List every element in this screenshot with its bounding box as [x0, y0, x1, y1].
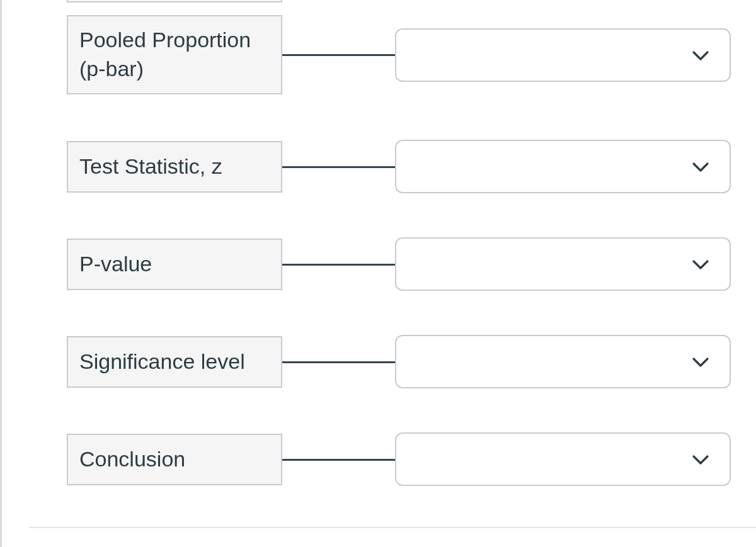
- previous-item-fragment: [67, 0, 282, 3]
- match-row-p-value: P-value: [2, 226, 756, 324]
- answer-dropdown-test-statistic[interactable]: [395, 140, 731, 193]
- matching-question-panel: Pooled Proportion (p-bar) Test Statistic…: [0, 0, 756, 547]
- answer-dropdown-pooled-proportion[interactable]: [395, 28, 731, 82]
- chevron-down-icon: [690, 449, 711, 470]
- connector-line: [282, 264, 395, 266]
- chevron-down-icon: [690, 45, 711, 65]
- matching-rows: Pooled Proportion (p-bar) Test Statistic…: [2, 15, 756, 519]
- prompt-box: P-value: [67, 239, 282, 290]
- connector-line: [282, 361, 395, 363]
- answer-dropdown-significance-level[interactable]: [395, 335, 731, 388]
- connector-line: [282, 54, 395, 56]
- answer-dropdown-p-value[interactable]: [395, 237, 731, 291]
- prompt-box: Test Statistic, z: [67, 141, 282, 193]
- prompt-label: Pooled Proportion (p-bar): [79, 26, 251, 84]
- prompt-box: Pooled Proportion (p-bar): [67, 15, 282, 94]
- prompt-box: Conclusion: [67, 434, 282, 485]
- connector-line: [282, 166, 395, 168]
- prompt-label: P-value: [79, 250, 152, 279]
- prompt-box: Significance level: [67, 336, 282, 388]
- connector-line: [282, 459, 395, 461]
- match-row-test-statistic: Test Statistic, z: [2, 128, 756, 226]
- match-row-significance-level: Significance level: [2, 324, 756, 421]
- prompt-label: Test Statistic, z: [79, 152, 222, 181]
- prompt-label: Conclusion: [79, 445, 185, 474]
- chevron-down-icon: [690, 352, 711, 372]
- match-row-pooled-proportion: Pooled Proportion (p-bar): [2, 15, 756, 128]
- match-row-conclusion: Conclusion: [2, 421, 756, 519]
- section-divider: [29, 527, 756, 528]
- chevron-down-icon: [690, 157, 711, 177]
- prompt-label: Significance level: [79, 347, 245, 376]
- answer-dropdown-conclusion[interactable]: [395, 432, 731, 486]
- chevron-down-icon: [690, 254, 711, 274]
